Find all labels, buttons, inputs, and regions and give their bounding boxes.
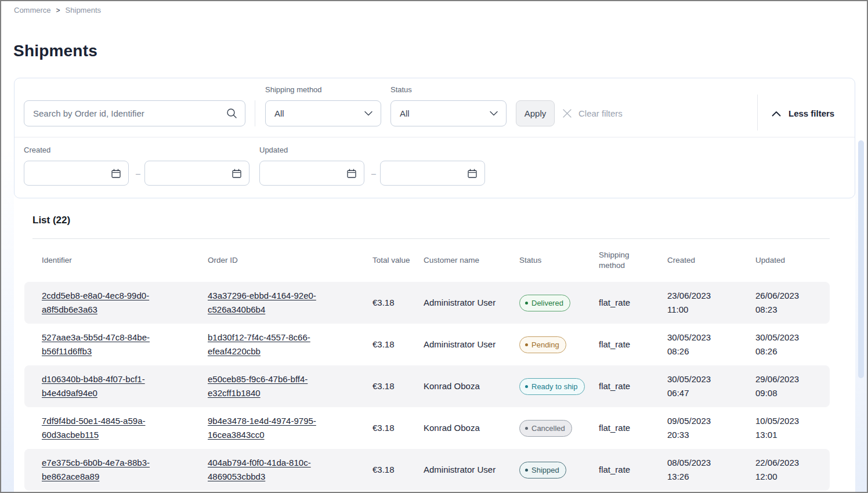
- total-value: €3.18: [372, 338, 424, 351]
- status-badge: Delivered: [519, 295, 570, 311]
- chevron-down-icon: [490, 111, 498, 116]
- calendar-icon: [346, 168, 357, 179]
- status-value: All: [400, 108, 410, 118]
- status-cell: Shipped: [519, 462, 599, 478]
- search-input[interactable]: [24, 108, 226, 118]
- updated-to-input[interactable]: [380, 161, 485, 186]
- status-select[interactable]: All: [390, 100, 507, 126]
- table-body: 2cdd5eb8-e8a0-4ec8-99d0-a8f5db6e3a63 43a…: [24, 282, 830, 491]
- status-cell: Ready to ship: [519, 378, 599, 395]
- identifier-link[interactable]: 2cdd5eb8-e8a0-4ec8-99d0-a8f5db6e3a63: [42, 289, 168, 317]
- updated-from-input[interactable]: [259, 161, 364, 186]
- updated-at: 22/06/202312:00: [755, 456, 830, 484]
- shipping-method: flat_rate: [599, 379, 667, 393]
- date-range-separator: –: [133, 161, 143, 186]
- table-row: d106340b-b4b8-4f07-bcf1-b4e4d9af94e0 e50…: [24, 365, 830, 407]
- chevron-up-icon: [772, 111, 781, 117]
- identifier-link[interactable]: e7e375cb-6b0b-4e7a-88b3-be862ace8a89: [42, 456, 168, 484]
- filter-row-divider: [15, 137, 855, 137]
- created-at: 08/05/202313:26: [667, 456, 755, 484]
- shipping-method: flat_rate: [599, 296, 667, 310]
- col-updated: Updated: [755, 255, 830, 266]
- apply-button[interactable]: Apply: [516, 100, 555, 126]
- scrollbar-thumb[interactable]: [858, 140, 864, 378]
- updated-at: 10/05/202313:01: [755, 414, 830, 442]
- status-cell: Cancelled: [519, 420, 599, 437]
- date-range-separator: –: [368, 161, 379, 186]
- order-id-link[interactable]: b1d30f12-7f4c-4557-8c66-efeaf4220cbb: [208, 331, 334, 358]
- breadcrumb-shipments: Shipments: [66, 6, 101, 14]
- order-id-link[interactable]: 43a37296-ebbd-4164-92e0-c526a340b6b4: [208, 289, 334, 317]
- col-customer-name: Customer name: [424, 255, 519, 266]
- less-filters-label: Less filters: [789, 108, 834, 118]
- identifier-link[interactable]: 7df9f4bd-50e1-4845-a59a-60d3acbeb115: [42, 414, 168, 442]
- order-id-link[interactable]: 9b4e3478-1e4d-4974-9795-16cea3843cc0: [208, 414, 334, 442]
- search-icon: [226, 108, 237, 119]
- col-shipping-method: Shipping method: [599, 250, 667, 271]
- status-cell: Pending: [519, 336, 599, 353]
- shipping-method: flat_rate: [599, 421, 667, 435]
- created-from-input[interactable]: [24, 161, 129, 186]
- col-total-value: Total value: [372, 255, 424, 266]
- shipping-method-label: Shipping method: [265, 85, 322, 94]
- content-panel: Shipping method All Status All Apply Cl: [14, 78, 855, 493]
- order-id-link[interactable]: 404ab794-f0f0-41da-810c-4869053cbbd3: [208, 456, 334, 484]
- customer-name: Konrad Oboza: [424, 421, 519, 435]
- filter-divider: [255, 100, 255, 126]
- less-filters-toggle[interactable]: Less filters: [772, 100, 834, 126]
- total-value: €3.18: [372, 379, 424, 393]
- page-title: Shipments: [13, 42, 97, 60]
- list-heading: List (22): [32, 215, 70, 226]
- customer-name: Administrator User: [424, 296, 519, 310]
- created-at: 09/05/202320:33: [667, 414, 755, 442]
- updated-at: 26/06/202308:23: [755, 289, 830, 317]
- shipping-method: flat_rate: [599, 463, 667, 477]
- status-badge: Ready to ship: [519, 378, 585, 395]
- close-icon: [562, 108, 572, 118]
- total-value: €3.18: [372, 421, 424, 435]
- breadcrumb-separator-icon: >: [56, 6, 60, 14]
- identifier-link[interactable]: 527aae3a-5b5d-47c8-84be-b56f11d6ffb3: [42, 331, 168, 358]
- total-value: €3.18: [372, 296, 424, 310]
- col-identifier: Identifier: [42, 255, 208, 266]
- customer-name: Konrad Oboza: [424, 379, 519, 393]
- table-row: e7e375cb-6b0b-4e7a-88b3-be862ace8a89 404…: [24, 449, 830, 491]
- breadcrumb-commerce[interactable]: Commerce: [14, 6, 51, 14]
- status-label: Status: [390, 85, 412, 94]
- chevron-down-icon: [364, 111, 372, 116]
- shipments-page: Commerce > Shipments Shipments Shipping …: [0, 0, 868, 493]
- shipping-method-value: All: [274, 108, 284, 118]
- clear-filters-button[interactable]: Clear filters: [562, 100, 623, 126]
- customer-name: Administrator User: [424, 463, 519, 477]
- col-created: Created: [667, 255, 755, 266]
- calendar-icon: [467, 168, 478, 179]
- table-row: 2cdd5eb8-e8a0-4ec8-99d0-a8f5db6e3a63 43a…: [24, 282, 830, 324]
- order-id-link[interactable]: e50ceb85-f9c6-47b6-bff4-e32cff1b1840: [208, 372, 334, 400]
- col-order-id: Order ID: [208, 255, 372, 266]
- search-box: [24, 100, 245, 126]
- status-cell: Delivered: [519, 295, 599, 311]
- status-badge: Shipped: [519, 462, 566, 478]
- col-status: Status: [519, 255, 599, 266]
- created-label: Created: [24, 146, 50, 154]
- table-row: 527aae3a-5b5d-47c8-84be-b56f11d6ffb3 b1d…: [24, 324, 830, 365]
- created-at: 30/05/202306:47: [667, 372, 755, 400]
- created-at: 23/06/202311:00: [667, 289, 755, 317]
- shipping-method: flat_rate: [599, 338, 667, 351]
- calendar-icon: [232, 168, 242, 179]
- updated-at: 30/05/202308:26: [755, 331, 830, 358]
- table-header: Identifier Order ID Total value Customer…: [24, 239, 830, 282]
- total-value: €3.18: [372, 463, 424, 477]
- clear-filters-label: Clear filters: [578, 108, 623, 118]
- table-row: 7df9f4bd-50e1-4845-a59a-60d3acbeb115 9b4…: [24, 407, 830, 449]
- shipping-method-select[interactable]: All: [265, 100, 381, 126]
- breadcrumb: Commerce > Shipments: [14, 6, 101, 14]
- calendar-icon: [111, 168, 121, 179]
- created-at: 30/05/202308:26: [667, 331, 755, 358]
- status-badge: Pending: [519, 336, 566, 353]
- status-badge: Cancelled: [519, 420, 572, 437]
- identifier-link[interactable]: d106340b-b4b8-4f07-bcf1-b4e4d9af94e0: [42, 372, 168, 400]
- updated-label: Updated: [259, 146, 288, 154]
- customer-name: Administrator User: [424, 338, 519, 351]
- created-to-input[interactable]: [144, 161, 249, 186]
